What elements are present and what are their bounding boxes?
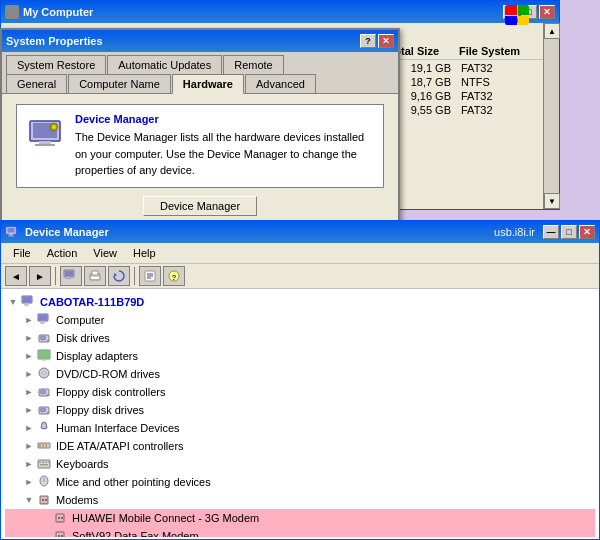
tree-item-icon xyxy=(37,456,53,472)
tree-item[interactable]: SoftV92 Data Fax Modem xyxy=(5,527,595,537)
device-manager-box-description: The Device Manager lists all the hardwar… xyxy=(75,129,375,179)
tab-computer-name[interactable]: Computer Name xyxy=(68,74,171,93)
svg-rect-61 xyxy=(42,503,47,504)
tab-advanced[interactable]: Advanced xyxy=(245,74,316,93)
tree-item[interactable]: ► Floppy disk drives xyxy=(5,401,595,419)
dm-close-button[interactable]: ✕ xyxy=(579,225,595,239)
xp-logo-blue xyxy=(505,16,517,26)
tree-item-icon xyxy=(37,474,53,490)
device-manager-box-title: Device Manager xyxy=(75,113,375,125)
toolbar-properties-button[interactable] xyxy=(139,266,161,286)
scroll-up-button[interactable]: ▲ xyxy=(544,23,560,39)
svg-text:?: ? xyxy=(172,273,177,282)
tree-item-label: DVD/CD-ROM drives xyxy=(56,368,160,380)
tree-item-label: Human Interface Devices xyxy=(56,422,180,434)
row1-fs: FAT32 xyxy=(461,62,541,74)
toolbar-forward-button[interactable]: ► xyxy=(29,266,51,286)
expand-icon[interactable]: ► xyxy=(21,312,37,328)
root-expand-icon[interactable]: ▼ xyxy=(5,294,21,310)
tree-item[interactable]: ► Floppy disk controllers xyxy=(5,383,595,401)
svg-point-5 xyxy=(52,125,56,129)
device-manager-button[interactable]: Device Manager xyxy=(143,196,257,216)
expand-icon[interactable]: ► xyxy=(21,474,37,490)
menu-file[interactable]: File xyxy=(5,245,39,261)
menu-help[interactable]: Help xyxy=(125,245,164,261)
svg-rect-37 xyxy=(42,359,46,361)
device-manager-tree: ▼ CABOTAR-111B79D ► Computer ► Disk driv… xyxy=(1,289,599,537)
expand-icon[interactable]: ► xyxy=(21,384,37,400)
tree-item-icon xyxy=(37,330,53,346)
expand-icon[interactable]: ► xyxy=(21,366,37,382)
svg-point-64 xyxy=(61,517,63,519)
tree-item-icon xyxy=(37,366,53,382)
svg-point-60 xyxy=(45,499,47,501)
tab-hardware[interactable]: Hardware xyxy=(172,74,244,94)
svg-rect-16 xyxy=(91,277,99,279)
tab-system-restore[interactable]: System Restore xyxy=(6,55,106,74)
svg-rect-11 xyxy=(65,271,73,276)
tab-remote[interactable]: Remote xyxy=(223,55,284,74)
dm-maximize-button[interactable]: □ xyxy=(561,225,577,239)
expand-icon[interactable]: ▼ xyxy=(21,492,37,508)
system-properties-title: System Properties xyxy=(6,35,103,47)
svg-rect-53 xyxy=(45,462,47,464)
tree-item[interactable]: HUAWEI Mobile Connect - 3G Modem xyxy=(5,509,595,527)
svg-point-59 xyxy=(42,499,44,501)
svg-rect-9 xyxy=(8,236,14,237)
expand-icon[interactable]: ► xyxy=(21,402,37,418)
tree-item[interactable]: ► Computer xyxy=(5,311,595,329)
expand-icon[interactable]: ► xyxy=(21,420,37,436)
tree-item[interactable]: ► Disk drives xyxy=(5,329,595,347)
device-manager-toolbar: ◄ ► ? xyxy=(1,264,599,289)
svg-rect-48 xyxy=(42,444,44,447)
dialog-content: Device Manager The Device Manager lists … xyxy=(2,94,398,226)
expand-icon[interactable]: ► xyxy=(21,330,37,346)
svg-point-44 xyxy=(47,412,49,414)
tab-general[interactable]: General xyxy=(6,74,67,93)
scroll-down-button[interactable]: ▼ xyxy=(544,193,560,209)
expand-icon[interactable]: ► xyxy=(21,348,37,364)
toolbar-computer-button[interactable] xyxy=(60,266,82,286)
device-manager-menu-bar: File Action View Help xyxy=(1,243,599,264)
tree-item[interactable]: ▼ Modems xyxy=(5,491,595,509)
dialog-help-button[interactable]: ? xyxy=(360,34,376,48)
tree-item-label: Floppy disk controllers xyxy=(56,386,165,398)
svg-rect-31 xyxy=(40,323,45,324)
svg-point-39 xyxy=(43,372,46,375)
svg-rect-29 xyxy=(39,315,47,320)
tree-item[interactable]: ► Human Interface Devices xyxy=(5,419,595,437)
tree-item[interactable]: ► Display adapters xyxy=(5,347,595,365)
tree-root-label: CABOTAR-111B79D xyxy=(40,296,144,308)
my-computer-icon xyxy=(5,5,19,19)
close-button[interactable]: ✕ xyxy=(539,5,555,19)
tree-item[interactable]: ► DVD/CD-ROM drives xyxy=(5,365,595,383)
expand-icon[interactable]: ► xyxy=(21,456,37,472)
dm-titlebar-right: usb.i8i.ir — □ ✕ xyxy=(494,225,595,239)
svg-rect-25 xyxy=(23,297,31,302)
tree-item[interactable]: ► Mice and other pointing devices xyxy=(5,473,595,491)
dm-minimize-button[interactable]: — xyxy=(543,225,559,239)
xp-logo-red xyxy=(505,5,517,15)
system-properties-titlebar: System Properties ? ✕ xyxy=(2,30,398,52)
toolbar-back-button[interactable]: ◄ xyxy=(5,266,27,286)
device-manager-titlebar: Device Manager usb.i8i.ir — □ ✕ xyxy=(1,221,599,243)
tree-item[interactable]: ► Keyboards xyxy=(5,455,595,473)
toolbar-help-button[interactable]: ? xyxy=(163,266,185,286)
toolbar-print-button[interactable] xyxy=(84,266,106,286)
menu-view[interactable]: View xyxy=(85,245,125,261)
expand-icon[interactable]: ► xyxy=(21,438,37,454)
dialog-close-button[interactable]: ✕ xyxy=(378,34,394,48)
tree-item[interactable]: ► IDE ATA/ATAPI controllers xyxy=(5,437,595,455)
mc-scrollbar[interactable]: ▲ ▼ xyxy=(543,23,559,209)
toolbar-refresh-button[interactable] xyxy=(108,266,130,286)
svg-rect-51 xyxy=(39,462,41,464)
menu-action[interactable]: Action xyxy=(39,245,86,261)
tree-item-icon xyxy=(37,402,53,418)
toolbar-separator1 xyxy=(55,267,56,285)
device-manager-tree-items: ► Computer ► Disk drives ► Display adapt… xyxy=(5,311,595,537)
tab-automatic-updates[interactable]: Automatic Updates xyxy=(107,55,222,74)
svg-rect-36 xyxy=(39,351,49,358)
tree-root[interactable]: ▼ CABOTAR-111B79D xyxy=(5,293,595,311)
device-manager-button-row: Device Manager xyxy=(16,196,384,216)
my-computer-titlebar: My Computer — □ ✕ xyxy=(1,1,559,23)
